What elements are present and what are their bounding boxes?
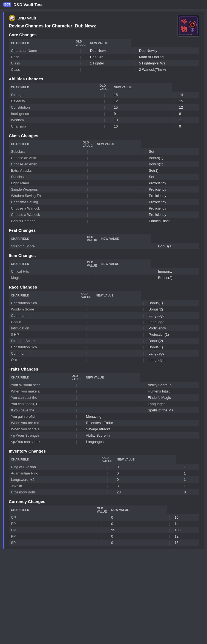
cell-old-race-3 (93, 319, 141, 325)
cell-sep2-inventory-2: | (176, 476, 182, 483)
cell-sep-core-2: | (73, 60, 88, 66)
cell-old-traits-8: Ability Score In (84, 432, 140, 439)
table-row: Adamantine Ring|0|1 (9, 470, 199, 476)
cell-field-core-2: Class (9, 60, 73, 66)
cell-sep-class-3: | (81, 167, 95, 174)
cell-sep2-class-10: | (141, 211, 146, 218)
cell-new-race-2: Language (146, 312, 199, 319)
embed-container: 怪 物 BEHOLDER 🎲 DND Vault Review Changes … (3, 12, 204, 549)
cell-sep-currency-0: | (95, 514, 109, 521)
cell-field-inventory-2: Longsword, +2 (9, 476, 100, 483)
cell-new-abilities-2: 12 (177, 104, 199, 111)
cell-new-race-1: Bonus(2) (146, 306, 199, 312)
cell-field-currency-4: SP (9, 540, 95, 546)
col-header-core-0: CHAR FIELD (9, 39, 73, 47)
cell-sep-traits-0: | (69, 382, 84, 388)
cell-sep2-inventory-4: | (176, 489, 182, 495)
sections-container: Core ChangesCHAR FIELDOLD VALUENEW VALUE… (9, 32, 199, 546)
cell-sep2-race-8: | (141, 350, 146, 357)
cell-sep-race-3: | (79, 319, 93, 325)
cell-sep-class-0: | (81, 148, 95, 155)
cell-new-abilities-3: 8 (177, 111, 199, 117)
cell-old-core-2: 1 Fighter (88, 60, 132, 66)
table-row: CP|0|16 (9, 514, 199, 521)
cell-field-traits-4: If you have the (9, 407, 69, 413)
cell-new-traits-1: Hunter's Intuiti (146, 388, 199, 394)
cell-new-core-0: Dub Newzy (137, 47, 199, 54)
cell-new-traits-6 (146, 420, 199, 426)
cell-sep2-traits-7: | (140, 426, 145, 432)
cell-field-class-8: Charisma Saving (9, 199, 81, 205)
table-row: Choose an Abilit||Bonus(1) (9, 155, 199, 161)
cell-old-inventory-1: 0 (114, 470, 176, 476)
cell-sep2-class-6: | (141, 186, 146, 193)
cell-old-item-0 (99, 268, 151, 275)
cell-old-traits-9: Languages (84, 439, 140, 445)
col-header-feat-1: OLD VALUE (85, 234, 99, 243)
cell-sep2-traits-8: | (140, 432, 145, 439)
cell-sep-abilities-0: | (97, 92, 111, 98)
cell-new-core-1: Mark of Finding (137, 54, 199, 60)
cell-field-race-1: Wisdom Score (9, 306, 79, 312)
cell-field-item-1: Magic (9, 275, 85, 281)
cell-sep2-race-7: | (141, 344, 146, 350)
col-header-traits-0: CHAR FIELD (9, 373, 69, 382)
cell-sep-class-11: | (81, 218, 95, 224)
cell-old-race-9 (93, 357, 141, 363)
cell-field-race-6: Strength Score (9, 338, 79, 344)
table-row: Bonus Damage||Eldritch Blast (9, 218, 199, 224)
cell-sep-traits-6: | (69, 420, 84, 426)
cell-new-inventory-3: 1 (182, 483, 199, 489)
cell-old-class-5 (95, 180, 141, 186)
cell-new-class-2: Bonus(1) (147, 161, 200, 167)
embed-author: 🎲 DND Vault (9, 15, 199, 21)
cell-old-race-0 (93, 300, 141, 306)
cell-sep-race-5: | (79, 331, 93, 338)
cell-sep2-traits-2: | (140, 394, 145, 401)
cell-sep-class-8: | (81, 199, 95, 205)
cell-field-class-3: Extra Attacks (9, 167, 81, 174)
cell-old-inventory-0: 0 (114, 464, 176, 470)
table-row: Constitution|15|12 (9, 104, 199, 111)
cell-sep2-race-4: | (141, 325, 146, 331)
table-row: Critical Hits||Immunity (9, 268, 199, 275)
table-row: Strength Score||Bonus(2) (9, 338, 199, 344)
table-row: 0 HP||Protection(1) (9, 331, 199, 338)
cell-new-race-7: Bonus(1) (146, 344, 199, 350)
cell-new-currency-1: 14 (172, 521, 199, 527)
cell-sep-race-8: | (79, 350, 93, 357)
cell-new-traits-5 (146, 413, 199, 420)
cell-field-inventory-1: Adamantine Ring (9, 470, 100, 476)
cell-sep-item-0: | (85, 268, 99, 275)
table-row: Wisdom Saving Th||Proficiency (9, 193, 199, 199)
cell-sep2-abilities-3: | (172, 111, 177, 117)
cell-old-class-1 (95, 155, 141, 161)
table-row: Subclass||Set (9, 148, 199, 155)
table-row: Constitution Sco||Bonus(1) (9, 344, 199, 350)
cell-sep2-core-2: | (131, 60, 137, 66)
cell-new-class-1: Bonus(1) (147, 155, 200, 161)
col-header-class-1: OLD VALUE (81, 140, 95, 148)
cell-sep2-traits-6: | (140, 420, 145, 426)
cell-new-class-9: Proficiency (147, 205, 200, 211)
app-name: D&D Vault Test (13, 2, 42, 7)
cell-new-abilities-0: 14 (177, 92, 199, 98)
table-row: Intimidation||Proficiency (9, 325, 199, 331)
embed-thumbnail: 怪 物 BEHOLDER (177, 15, 199, 37)
col-header-item-1: OLD VALUE (85, 259, 99, 268)
cell-sep-class-6: | (81, 186, 95, 193)
cell-sep-class-9: | (81, 205, 95, 211)
col-header-item-2: NEW VALUE (99, 259, 151, 268)
cell-old-race-6 (93, 338, 141, 344)
cell-sep-race-0: | (79, 300, 93, 306)
cell-sep2-abilities-1: | (172, 98, 177, 104)
cell-sep2-core-1: | (131, 54, 137, 60)
cell-sep2-currency-0: | (167, 514, 172, 521)
cell-new-class-11: Eldritch Blast (147, 218, 200, 224)
cell-sep2-traits-9: | (140, 439, 145, 445)
table-currency: CHAR FIELDOLD VALUENEW VALUECP|0|16EP|0|… (9, 505, 199, 546)
col-header-class-0: CHAR FIELD (9, 140, 81, 148)
cell-old-class-9 (95, 205, 141, 211)
cell-sep-inventory-1: | (100, 470, 114, 476)
cell-new-class-7: Proficiency (147, 193, 200, 199)
